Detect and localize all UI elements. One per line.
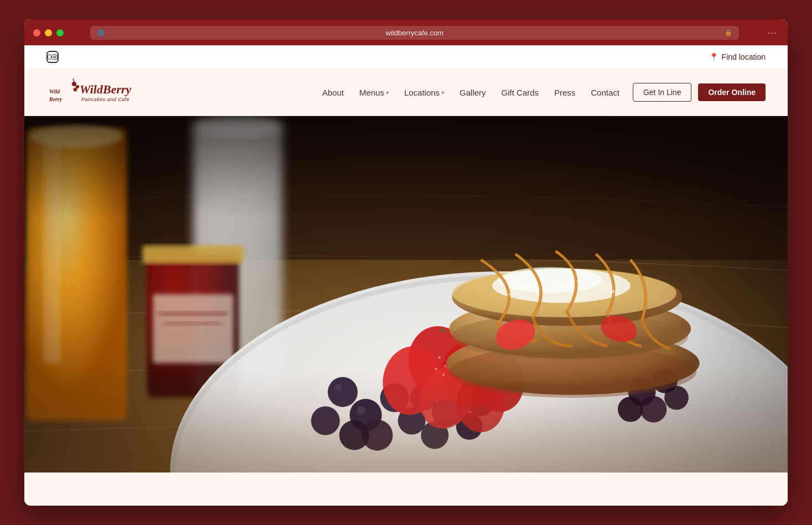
find-location-label: Find location bbox=[722, 53, 766, 61]
nav-links: About Menus ▾ Locations ▾ Gallery Gift C… bbox=[322, 88, 620, 97]
location-pin-icon: 📍 bbox=[709, 53, 719, 61]
chevron-down-icon: ▾ bbox=[386, 90, 389, 96]
order-online-button[interactable]: Order Online bbox=[698, 83, 766, 101]
logo-area[interactable]: Wild Berry WildBerry Pancakes and Cafe bbox=[46, 76, 131, 109]
get-in-line-button[interactable]: Get In Line bbox=[633, 83, 692, 102]
svg-point-2 bbox=[56, 55, 56, 56]
nav-actions: Get In Line Order Online bbox=[633, 83, 766, 102]
browser-window: 🌐 wildberrycafe.com 🔒 ··· 📍 Find loc bbox=[24, 19, 788, 506]
logo-name: WildBerry bbox=[80, 82, 131, 97]
browser-chrome: 🌐 wildberrycafe.com 🔒 ··· bbox=[24, 19, 788, 45]
address-bar[interactable]: 🌐 wildberrycafe.com 🔒 bbox=[90, 26, 739, 40]
logo-text-area: WildBerry Pancakes and Cafe bbox=[80, 82, 131, 102]
find-location-button[interactable]: 📍 Find location bbox=[709, 53, 766, 61]
svg-point-1 bbox=[53, 56, 56, 59]
svg-line-8 bbox=[73, 78, 74, 82]
nav-locations[interactable]: Locations ▾ bbox=[404, 88, 444, 97]
svg-rect-73 bbox=[24, 116, 788, 219]
website-content: 📍 Find location Wild Berry bbox=[24, 45, 788, 506]
globe-icon: 🌐 bbox=[97, 29, 105, 36]
nav-press[interactable]: Press bbox=[554, 88, 575, 97]
lock-icon: 🔒 bbox=[725, 29, 732, 36]
main-navigation: Wild Berry WildBerry Pancakes and Cafe bbox=[24, 69, 788, 116]
svg-rect-0 bbox=[52, 54, 57, 59]
nav-about[interactable]: About bbox=[322, 88, 343, 97]
utility-bar: 📍 Find location bbox=[24, 45, 788, 69]
minimize-button[interactable] bbox=[45, 29, 52, 36]
browser-controls: 🌐 wildberrycafe.com 🔒 ··· bbox=[33, 26, 779, 40]
chevron-down-icon: ▾ bbox=[441, 90, 444, 96]
svg-text:Wild: Wild bbox=[49, 88, 60, 95]
instagram-icon[interactable] bbox=[46, 51, 59, 63]
bottom-bar bbox=[24, 473, 788, 506]
nav-gift-cards[interactable]: Gift Cards bbox=[501, 88, 539, 97]
nav-menus[interactable]: Menus ▾ bbox=[360, 88, 389, 97]
nav-contact[interactable]: Contact bbox=[591, 88, 620, 97]
maximize-button[interactable] bbox=[56, 29, 64, 36]
hero-section bbox=[24, 116, 788, 473]
svg-text:Berry: Berry bbox=[49, 96, 63, 102]
more-options-icon[interactable]: ··· bbox=[766, 27, 779, 40]
url-text: wildberrycafe.com bbox=[108, 29, 721, 37]
logo-icon: Wild Berry bbox=[46, 76, 80, 109]
svg-point-7 bbox=[74, 88, 77, 92]
nav-gallery[interactable]: Gallery bbox=[460, 88, 486, 97]
logo-subtitle: Pancakes and Cafe bbox=[81, 97, 129, 102]
svg-point-5 bbox=[72, 82, 76, 86]
svg-rect-74 bbox=[24, 369, 788, 473]
hero-image bbox=[24, 116, 788, 473]
close-button[interactable] bbox=[33, 29, 40, 36]
